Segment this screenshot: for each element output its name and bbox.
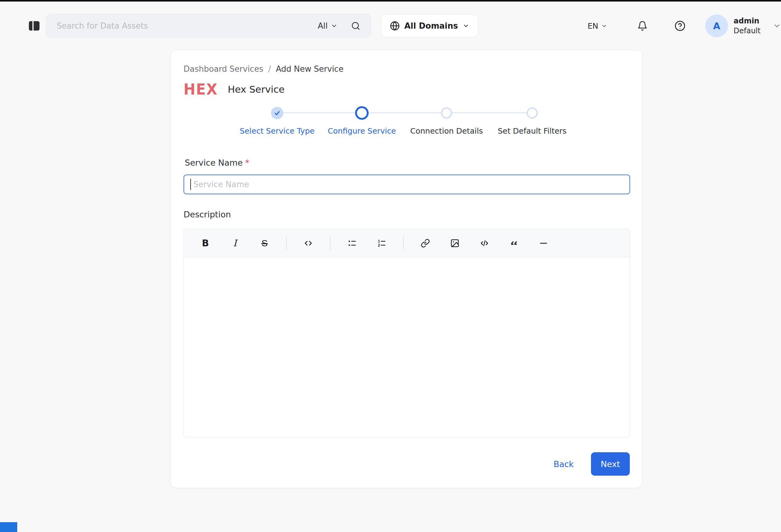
user-menu[interactable]: A admin Default	[705, 14, 761, 37]
breadcrumb: Dashboard Services / Add New Service	[183, 64, 343, 74]
image-icon	[450, 238, 459, 248]
search-filter-label: All	[318, 21, 328, 31]
step-label-set-default-filters: Set Default Filters	[498, 127, 566, 135]
blockquote-icon	[509, 238, 519, 248]
sidebar-toggle-button[interactable]	[26, 18, 42, 34]
help-icon	[674, 20, 686, 32]
chevron-down-icon	[462, 23, 469, 29]
page-title: Hex Service	[228, 84, 285, 95]
bullet-list-icon	[347, 238, 357, 248]
check-icon	[274, 109, 281, 116]
stepper-connector-line	[277, 113, 532, 113]
step-label-connection-details: Connection Details	[410, 127, 483, 135]
toolbar-divider	[330, 236, 330, 250]
description-editor-body[interactable]	[184, 257, 630, 438]
bottom-left-accent	[0, 522, 17, 532]
editor-toolbar: B I S 12	[184, 229, 630, 257]
horizontal-rule-icon	[539, 238, 548, 248]
strikethrough-button[interactable]: S	[255, 234, 274, 253]
text-caret	[190, 179, 191, 190]
bold-icon: B	[202, 238, 209, 249]
svg-text:2: 2	[378, 243, 380, 248]
search-icon[interactable]	[351, 21, 360, 31]
step-dot-configure-service	[355, 106, 369, 120]
svg-text:1: 1	[378, 239, 380, 243]
step-dot-set-default-filters	[527, 107, 538, 119]
inline-code-button[interactable]	[299, 234, 318, 253]
toolbar-divider	[286, 236, 287, 250]
service-name-label-text: Service Name	[185, 158, 243, 168]
screen: All All Domains EN A a	[0, 0, 781, 532]
domains-dropdown[interactable]: All Domains	[381, 14, 478, 37]
link-icon	[421, 238, 430, 248]
step-dot-select-service-type	[271, 107, 283, 119]
globe-icon	[390, 21, 400, 31]
back-button[interactable]: Back	[553, 459, 574, 469]
step-label-configure-service: Configure Service	[328, 127, 396, 135]
help-button[interactable]	[672, 18, 688, 34]
language-label: EN	[587, 21, 599, 31]
italic-button[interactable]: I	[226, 234, 244, 253]
add-service-card: Dashboard Services / Add New Service HEX…	[170, 50, 643, 488]
chevron-down-icon	[601, 23, 607, 29]
sidebar-panel-icon	[27, 19, 41, 33]
inline-code-icon	[304, 238, 313, 248]
breadcrumb-separator: /	[268, 64, 271, 74]
step-label-select-service-type: Select Service Type	[240, 127, 315, 135]
bullet-list-button[interactable]	[343, 234, 361, 253]
link-button[interactable]	[416, 234, 435, 253]
search-filter-dropdown[interactable]: All	[318, 21, 337, 31]
form-actions: Back Next	[553, 452, 630, 476]
service-name-label: Service Name*	[185, 158, 249, 168]
hex-logo: HEX	[183, 82, 218, 97]
user-menu-chevron-icon[interactable]	[773, 22, 781, 30]
strikethrough-icon: S	[261, 238, 268, 249]
description-label: Description	[183, 210, 231, 219]
code-block-icon	[480, 238, 489, 248]
domains-label: All Domains	[404, 21, 458, 31]
bell-icon	[637, 20, 648, 31]
user-name: admin	[734, 16, 761, 26]
horizontal-rule-button[interactable]	[534, 234, 553, 253]
service-header: HEX Hex Service	[183, 82, 285, 96]
avatar-initial: A	[713, 20, 720, 32]
italic-icon: I	[233, 238, 237, 249]
service-name-input[interactable]	[183, 175, 630, 194]
service-name-field-wrap	[183, 175, 630, 194]
user-team: Default	[734, 26, 761, 36]
user-info: admin Default	[734, 16, 761, 36]
ordered-list-button[interactable]: 12	[372, 234, 391, 253]
language-dropdown[interactable]: EN	[587, 21, 607, 31]
required-marker: *	[245, 158, 249, 168]
breadcrumb-dashboard-services[interactable]: Dashboard Services	[183, 64, 263, 74]
description-editor: B I S 12	[183, 229, 630, 438]
avatar: A	[705, 14, 728, 37]
breadcrumb-current: Add New Service	[276, 64, 344, 74]
chevron-down-icon	[331, 23, 337, 29]
toolbar-divider	[403, 236, 404, 250]
blockquote-button[interactable]	[505, 234, 523, 253]
search-input[interactable]	[57, 21, 318, 31]
topbar: All All Domains EN A a	[0, 2, 781, 50]
bold-button[interactable]: B	[196, 234, 215, 253]
step-dot-connection-details	[441, 107, 452, 119]
global-search-bar[interactable]: All	[46, 14, 371, 38]
next-button[interactable]: Next	[591, 452, 630, 476]
notifications-button[interactable]	[634, 18, 650, 34]
ordered-list-icon: 12	[377, 238, 386, 248]
code-block-button[interactable]	[475, 234, 494, 253]
image-button[interactable]	[446, 234, 464, 253]
